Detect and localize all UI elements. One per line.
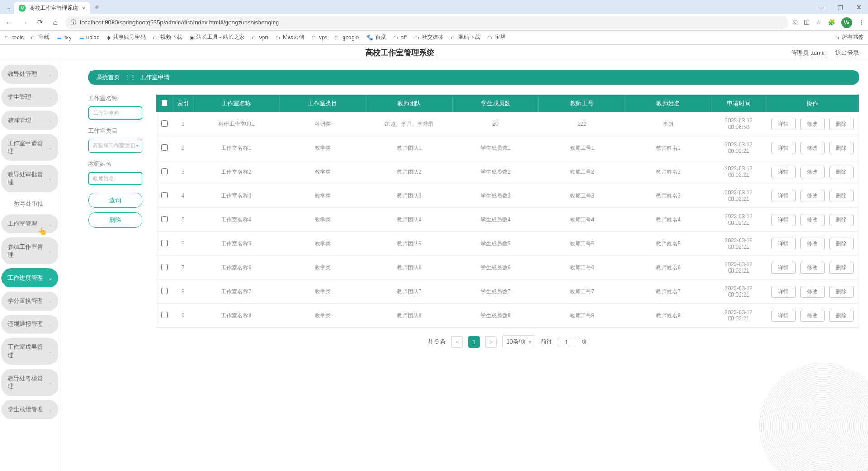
bookmark-item[interactable]: 🗀宝塔	[487, 33, 506, 41]
detail-button[interactable]: 详情	[771, 214, 796, 226]
back-button[interactable]: ←	[4, 19, 14, 27]
bookmark-item[interactable]: 🐾百度	[366, 33, 386, 41]
tab-close-icon[interactable]: ×	[82, 5, 85, 12]
bookmark-item[interactable]: ☁uplod	[79, 34, 99, 41]
bookmark-item[interactable]: 🗀Max云储	[275, 33, 304, 41]
delete-row-button[interactable]: 删除	[829, 310, 854, 322]
row-checkbox[interactable]	[161, 288, 168, 294]
edit-button[interactable]: 修改	[800, 214, 825, 226]
header-tno: 教师工号	[539, 95, 625, 112]
bookmark-item[interactable]: ☁txy	[57, 34, 71, 41]
delete-row-button[interactable]: 删除	[829, 214, 854, 226]
sidebar-item-6[interactable]: 参加工作室管理⌄	[1, 237, 58, 264]
prev-page-button[interactable]: <	[451, 336, 463, 348]
select-all-checkbox[interactable]	[161, 100, 168, 106]
per-page-select[interactable]: 10条/页 ▾	[502, 335, 535, 348]
bookmark-item[interactable]: 🗀vps	[311, 34, 328, 41]
row-checkbox[interactable]	[161, 120, 168, 127]
row-checkbox[interactable]	[161, 312, 168, 318]
sidebar-sub-item[interactable]: 教导处审批	[1, 196, 58, 212]
logout-link[interactable]: 退出登录	[835, 49, 859, 57]
maximize-button[interactable]: ▢	[835, 4, 845, 11]
reload-button[interactable]: ⟳	[34, 18, 45, 27]
browser-tab[interactable]: V 高校工作室管理系统 ×	[14, 2, 90, 14]
next-page-button[interactable]: >	[485, 336, 497, 348]
detail-button[interactable]: 详情	[771, 190, 796, 202]
bookmark-item[interactable]: 🗀vpn	[252, 34, 268, 41]
row-checkbox[interactable]	[161, 264, 168, 270]
site-info-icon[interactable]: ⓘ	[71, 19, 76, 27]
teacher-input[interactable]	[88, 172, 142, 185]
sidebar-item-9[interactable]: 违规通报管理⌄	[1, 315, 58, 334]
edit-button[interactable]: 修改	[800, 190, 825, 202]
edit-button[interactable]: 修改	[800, 166, 825, 178]
delete-row-button[interactable]: 删除	[829, 262, 854, 274]
sidebar-item-0[interactable]: 教导处管理⌄	[1, 65, 58, 84]
sidebar-item-4[interactable]: 教导处审批管理⌄	[1, 165, 58, 192]
bookmark-item[interactable]: 🗀aff	[393, 34, 407, 41]
detail-button[interactable]: 详情	[771, 118, 796, 130]
bookmark-star-icon[interactable]: ☆	[816, 19, 821, 26]
bookmark-item[interactable]: ◉站长工具 - 站长之家	[189, 33, 245, 41]
row-checkbox[interactable]	[161, 216, 168, 222]
edit-button[interactable]: 修改	[800, 262, 825, 274]
tab-dropdown-icon[interactable]: ⌄	[6, 4, 11, 11]
new-tab-button[interactable]: +	[94, 3, 99, 12]
bookmark-item[interactable]: 🗀宝藏	[31, 33, 49, 41]
sidebar-item-10[interactable]: 工作室成果管理⌄	[1, 338, 58, 365]
edit-button[interactable]: 修改	[800, 238, 825, 250]
goto-input[interactable]	[558, 337, 576, 347]
edit-button[interactable]: 修改	[800, 310, 825, 322]
row-checkbox[interactable]	[161, 144, 168, 151]
delete-row-button[interactable]: 删除	[829, 286, 854, 298]
sidebar-item-8[interactable]: 学分置换管理⌄	[1, 292, 58, 311]
edit-button[interactable]: 修改	[800, 286, 825, 298]
type-select[interactable]: 请选择工作室类目 ▾	[88, 139, 142, 153]
detail-button[interactable]: 详情	[771, 262, 796, 274]
menu-dots-icon[interactable]: ⋮	[859, 19, 864, 26]
all-bookmarks[interactable]: 🗀所有书签	[834, 33, 863, 41]
delete-row-button[interactable]: 删除	[829, 238, 854, 250]
detail-button[interactable]: 详情	[771, 142, 796, 154]
page-1-button[interactable]: 1	[468, 336, 480, 348]
translate-icon[interactable]: ⦾	[793, 19, 797, 26]
bookmark-item[interactable]: 🗀源码下载	[451, 33, 480, 41]
bookmark-item[interactable]: 🗀视频下载	[153, 33, 182, 41]
edit-button[interactable]: 修改	[800, 142, 825, 154]
sidebar-item-2[interactable]: 教师管理⌄	[1, 111, 58, 130]
bookmark-item[interactable]: 🗀tools	[5, 34, 24, 41]
sidebar-item-12[interactable]: 学生成绩管理⌄	[1, 400, 58, 419]
close-window-button[interactable]: ✕	[854, 4, 864, 11]
name-input[interactable]	[88, 106, 142, 120]
edit-button[interactable]: 修改	[800, 118, 825, 130]
sidebar-item-11[interactable]: 教导处考核管理⌄	[1, 369, 58, 396]
detail-button[interactable]: 详情	[771, 286, 796, 298]
detail-button[interactable]: 详情	[771, 238, 796, 250]
profile-avatar[interactable]: W	[841, 17, 852, 28]
extensions-icon[interactable]: 🧩	[828, 19, 835, 26]
sidebar-item-7[interactable]: 工作进度管理⌄	[1, 268, 58, 287]
url-field[interactable]: ⓘ localhost:8080/springbootq535p/admin/d…	[65, 16, 788, 29]
sidebar-item-3[interactable]: 工作室申请管理⌄	[1, 134, 58, 161]
row-checkbox[interactable]	[161, 240, 168, 246]
home-button[interactable]: ⌂	[50, 19, 61, 27]
delete-button[interactable]: 删除	[88, 212, 142, 228]
detail-button[interactable]: 详情	[771, 166, 796, 178]
delete-row-button[interactable]: 删除	[829, 142, 854, 154]
breadcrumb-home[interactable]: 系统首页	[96, 74, 120, 80]
password-icon[interactable]: ⚿	[804, 19, 810, 26]
delete-row-button[interactable]: 删除	[829, 118, 854, 130]
bookmark-item[interactable]: 🗀社交媒体	[414, 33, 443, 41]
sidebar-item-1[interactable]: 学生管理⌄	[1, 88, 58, 107]
delete-row-button[interactable]: 删除	[829, 190, 854, 202]
detail-button[interactable]: 详情	[771, 310, 796, 322]
sidebar-item-5[interactable]: 工作室管理⌄	[1, 214, 58, 233]
query-button[interactable]: 查询	[88, 193, 142, 208]
bookmark-item[interactable]: 🗀google	[335, 34, 359, 41]
row-checkbox[interactable]	[161, 168, 168, 174]
bookmark-item[interactable]: ◆共享账号密码	[107, 33, 146, 41]
delete-row-button[interactable]: 删除	[829, 166, 854, 178]
row-checkbox[interactable]	[161, 192, 168, 198]
minimize-button[interactable]: —	[816, 4, 826, 11]
forward-button[interactable]: →	[19, 19, 30, 27]
